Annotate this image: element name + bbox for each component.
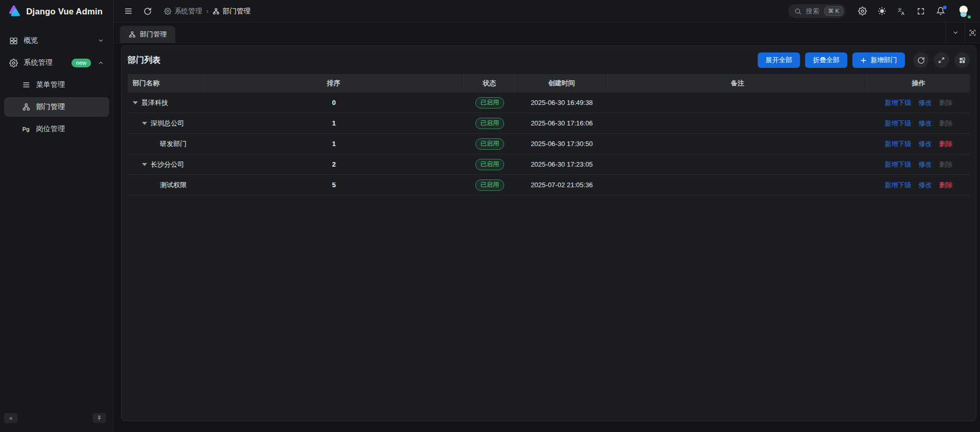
table-row: 研发部门 1 已启用 2025-06-30 17:30:50 新增下级 修改 删… [128,134,970,154]
dept-sort: 0 [204,99,464,106]
dept-sort: 2 [204,160,464,168]
gear-icon [164,8,171,15]
refresh-button[interactable] [140,4,155,19]
table-row: 长沙分公司 2 已启用 2025-06-30 17:23:05 新增下级 修改 … [128,154,970,175]
menu-list-icon [22,81,30,89]
fullscreen-icon [917,7,925,15]
add-child-link[interactable]: 新增下级 [885,181,912,190]
app-logo-icon [7,5,21,19]
gear-icon [858,7,867,15]
table-fullscreen-button[interactable] [934,52,949,68]
dept-name: 研发部门 [160,139,187,149]
sidebar-item-post-management[interactable]: Pg 岗位管理 [4,119,109,139]
column-header-created[interactable]: 创建时间 [515,74,608,93]
tab-dept-management[interactable]: 部门管理 [120,26,175,43]
edit-link[interactable]: 修改 [919,119,932,128]
add-child-link[interactable]: 新增下级 [885,98,912,107]
content-maximize-button[interactable] [965,23,980,43]
edit-link[interactable]: 修改 [919,139,932,149]
app-logo[interactable]: Django Vue Admin [0,0,113,23]
sidebar-item-label: 菜单管理 [36,80,104,89]
column-settings-button[interactable] [954,52,970,68]
notifications-button[interactable] [933,4,948,19]
column-header-ops[interactable]: 操作 [867,74,970,93]
column-header-remark[interactable]: 备注 [608,74,867,93]
dept-sort: 1 [204,119,464,127]
delete-link[interactable]: 删除 [939,139,953,149]
pg-text-icon: Pg [22,125,30,134]
sidebar-item-system[interactable]: 系统管理 new [4,53,109,73]
breadcrumb-item-dept: 部门管理 [212,7,251,16]
sidebar-item-dept-management[interactable]: 部门管理 [4,97,109,117]
settings-button[interactable] [855,4,869,19]
collapse-caret-icon[interactable] [142,163,147,166]
edit-link[interactable]: 修改 [919,181,932,190]
overview-icon [9,37,18,45]
table-row: 深圳总公司 1 已启用 2025-06-30 17:16:06 新增下级 修改 … [128,113,970,134]
tab-list-dropdown-button[interactable] [946,23,965,43]
add-dept-button[interactable]: 新增部门 [852,52,905,68]
column-header-status[interactable]: 状态 [464,74,515,93]
user-avatar[interactable] [956,4,971,19]
button-label: 展开全部 [765,56,792,65]
global-search[interactable]: 搜索 ⌘ K [788,4,846,18]
language-button[interactable]: 文 A [894,4,908,19]
collapse-caret-icon[interactable] [133,101,138,104]
dept-sort: 5 [204,181,464,189]
sidebar-item-overview[interactable]: 概览 [4,31,109,50]
collapse-caret-icon[interactable] [142,122,147,125]
status-badge: 已启用 [475,179,504,191]
org-chart-icon [22,103,30,112]
dept-name: 长沙分公司 [151,160,184,169]
topbar: 系统管理 › 部门管理 搜索 ⌘ K [114,0,980,23]
delete-link: 删除 [939,119,953,128]
sidebar-item-label: 部门管理 [36,102,104,112]
sidebar-toggle-button[interactable] [121,4,135,19]
dept-name: 测试权限 [160,181,187,190]
button-label: 新增部门 [870,56,897,65]
tabbar: 部门管理 [114,23,980,43]
expand-icon [938,57,945,64]
expand-all-button[interactable]: 展开全部 [758,52,800,68]
dept-table: 部门名称 排序 状态 创建时间 备注 操作 晨泽科技 0 已启用 [128,74,970,421]
breadcrumb: 系统管理 › 部门管理 [164,7,251,16]
main-area: 系统管理 › 部门管理 搜索 ⌘ K [114,0,980,432]
sidebar-collapse-button[interactable]: « [4,413,17,423]
delete-link[interactable]: 删除 [939,181,953,190]
breadcrumb-label: 系统管理 [174,7,202,16]
edit-link[interactable]: 修改 [919,160,932,169]
card-header: 部门列表 展开全部 折叠全部 新增部门 [121,46,976,74]
sidebar-item-menu-management[interactable]: 菜单管理 [4,75,109,95]
add-child-link[interactable]: 新增下级 [885,160,912,169]
button-label: 折叠全部 [813,56,840,65]
add-child-link[interactable]: 新增下级 [885,119,912,128]
column-header-name[interactable]: 部门名称 [128,74,204,93]
edit-link[interactable]: 修改 [919,98,932,107]
table-row: 测试权限 5 已启用 2025-07-02 21:05:36 新增下级 修改 删… [128,175,970,195]
status-badge: 已启用 [475,97,504,109]
theme-toggle-button[interactable] [875,4,889,19]
dept-created: 2025-07-02 21:05:36 [515,181,608,189]
search-placeholder: 搜索 [806,7,819,16]
card-actions: 展开全部 折叠全部 新增部门 [758,52,970,68]
new-badge: new [72,59,91,67]
column-header-sort[interactable]: 排序 [204,74,464,93]
sidebar-pin-button[interactable] [93,413,106,423]
maximize-icon [969,29,976,37]
svg-text:A: A [901,11,904,15]
status-badge: 已启用 [475,138,504,150]
fullscreen-button[interactable] [914,4,928,19]
sidebar-item-label: 系统管理 [24,58,66,67]
status-badge: 已启用 [475,118,504,129]
dept-created: 2025-06-30 17:23:05 [515,160,608,168]
sun-icon [878,7,886,15]
dept-name: 深圳总公司 [151,119,184,128]
collapse-all-button[interactable]: 折叠全部 [805,52,847,68]
table-row: 晨泽科技 0 已启用 2025-06-30 16:49:38 新增下级 修改 删… [128,93,970,113]
sidebar-menu: 概览 系统管理 new 菜单管理 [0,23,113,409]
sidebar-footer: « [0,409,113,432]
dept-sort: 1 [204,140,464,148]
breadcrumb-item-system[interactable]: 系统管理 [164,7,202,16]
table-refresh-button[interactable] [913,52,929,68]
add-child-link[interactable]: 新增下级 [885,139,912,149]
